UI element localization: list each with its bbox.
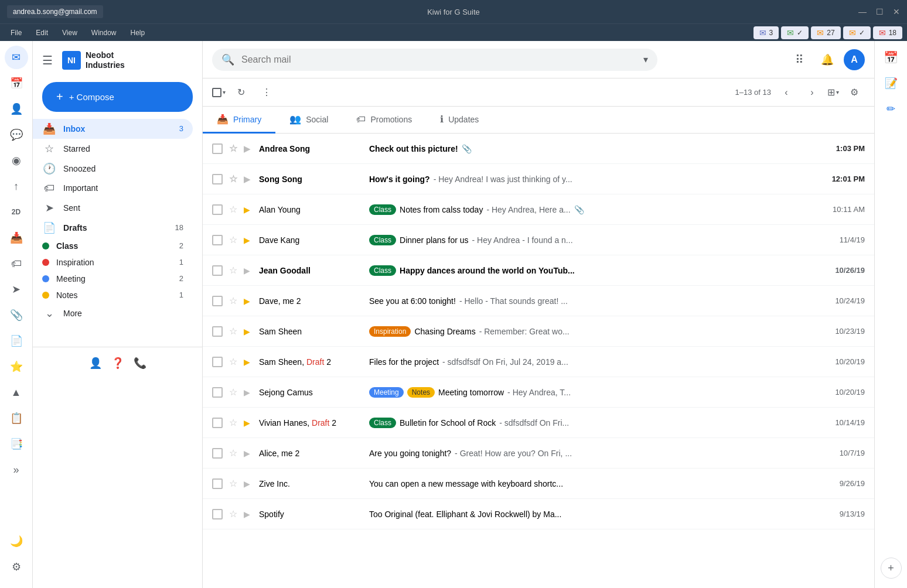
- menu-edit[interactable]: Edit: [30, 26, 54, 39]
- important-button[interactable]: ▶: [244, 479, 254, 488]
- right-add-button[interactable]: +: [881, 558, 902, 579]
- right-notes-icon[interactable]: 📝: [879, 71, 903, 95]
- titlebar-account[interactable]: andrea.b.song@gmail.com: [7, 5, 103, 18]
- icon-bar-bookmark[interactable]: 📑: [5, 432, 28, 456]
- badge-btn-3[interactable]: ✉ 27: [811, 26, 840, 39]
- star-button[interactable]: ☆: [227, 143, 239, 154]
- email-row[interactable]: ☆ ▶ Sam Sheen Inspiration Chasing Dreams…: [203, 316, 874, 347]
- star-button[interactable]: ☆: [227, 295, 239, 306]
- email-row[interactable]: ☆ ▶ Song Song How's it going? - Hey Andr…: [203, 164, 874, 194]
- email-checkbox[interactable]: [212, 143, 223, 154]
- maximize-button[interactable]: ☐: [876, 7, 884, 16]
- minimize-button[interactable]: —: [858, 7, 867, 16]
- right-edit-icon[interactable]: ✏: [879, 97, 903, 121]
- sidebar-item-class[interactable]: Class 2: [33, 238, 193, 254]
- icon-bar-star2[interactable]: ⭐: [5, 355, 28, 378]
- email-row[interactable]: ☆ ▶ Dave, me 2 See you at 6:00 tonight! …: [203, 286, 874, 316]
- email-checkbox[interactable]: [212, 296, 223, 306]
- email-checkbox[interactable]: [212, 265, 223, 276]
- important-button[interactable]: ▶: [244, 327, 254, 336]
- email-checkbox[interactable]: [212, 448, 223, 459]
- badge-btn-4[interactable]: ✉ ✓: [843, 26, 871, 39]
- sidebar-item-snoozed[interactable]: 🕐 Snoozed: [33, 159, 193, 179]
- important-button[interactable]: ▶: [244, 235, 254, 245]
- icon-bar-moon[interactable]: 🌙: [5, 529, 28, 553]
- star-button[interactable]: ☆: [227, 508, 239, 519]
- star-button[interactable]: ☆: [227, 478, 239, 489]
- apps-icon[interactable]: ⠿: [787, 48, 811, 71]
- tab-updates[interactable]: ℹ Updates: [426, 107, 493, 134]
- prev-page-button[interactable]: ‹: [776, 82, 797, 103]
- icon-bar-2d[interactable]: 2D: [5, 200, 28, 224]
- sidebar-item-starred[interactable]: ☆ Starred: [33, 139, 193, 159]
- important-button[interactable]: ▶: [244, 357, 254, 367]
- star-button[interactable]: ☆: [227, 387, 239, 398]
- sidebar-item-inspiration[interactable]: Inspiration 1: [33, 254, 193, 271]
- email-row[interactable]: ☆ ▶ Alan Young Class Notes from calss to…: [203, 194, 874, 225]
- search-dropdown-icon[interactable]: ▾: [643, 54, 648, 65]
- email-row[interactable]: ☆ ▶ Vivian Hanes, Draft 2 Class Bulletin…: [203, 408, 874, 438]
- important-button[interactable]: ▶: [244, 205, 254, 214]
- tab-promotions[interactable]: 🏷 Promotions: [342, 107, 426, 134]
- star-button[interactable]: ☆: [227, 234, 239, 245]
- email-checkbox[interactable]: [212, 357, 223, 367]
- email-checkbox[interactable]: [212, 174, 223, 184]
- star-button[interactable]: ☆: [227, 326, 239, 337]
- sidebar-item-drafts[interactable]: 📄 Drafts 18: [33, 218, 193, 238]
- hamburger-icon[interactable]: ☰: [42, 53, 53, 67]
- avatar[interactable]: A: [844, 49, 865, 70]
- next-page-button[interactable]: ›: [802, 82, 823, 103]
- sidebar-item-notes[interactable]: Notes 1: [33, 287, 193, 303]
- icon-bar-clip[interactable]: 📎: [5, 303, 28, 327]
- refresh-button[interactable]: ↻: [230, 82, 251, 103]
- sidebar-item-sent[interactable]: ➤ Sent: [33, 198, 193, 218]
- email-row[interactable]: ☆ ▶ Jean Goodall Class Happy dances arou…: [203, 255, 874, 286]
- icon-bar-settings[interactable]: ⚙: [5, 555, 28, 579]
- email-row[interactable]: ☆ ▶ Spotify Too Original (feat. Elliphan…: [203, 499, 874, 529]
- email-checkbox[interactable]: [212, 418, 223, 428]
- email-row[interactable]: ☆ ▶ Dave Kang Class Dinner plans for us …: [203, 225, 874, 255]
- sidebar-item-more[interactable]: ⌄ More: [33, 303, 193, 323]
- sidebar-item-meeting[interactable]: Meeting 2: [33, 271, 193, 287]
- compose-button[interactable]: + + Compose: [42, 82, 193, 112]
- email-checkbox[interactable]: [212, 509, 223, 519]
- icon-bar-send[interactable]: ➤: [5, 278, 28, 301]
- icon-bar-contacts[interactable]: 👤: [5, 97, 28, 121]
- icon-bar-mail[interactable]: ✉: [5, 46, 28, 69]
- important-button[interactable]: ▶: [244, 418, 254, 428]
- important-button[interactable]: ▶: [244, 510, 254, 519]
- icon-bar-inbox2[interactable]: 📥: [5, 226, 28, 249]
- email-row[interactable]: ☆ ▶ Sam Sheen, Draft 2 Files for the pro…: [203, 347, 874, 377]
- email-checkbox[interactable]: [212, 235, 223, 245]
- email-checkbox[interactable]: [212, 204, 223, 215]
- icon-bar-triangle[interactable]: ▲: [5, 381, 28, 404]
- help-button[interactable]: ❓: [111, 357, 124, 370]
- email-row[interactable]: ☆ ▶ Andrea Song Check out this picture! …: [203, 134, 874, 164]
- right-calendar-icon[interactable]: 📅: [879, 46, 903, 69]
- phone-button[interactable]: 📞: [134, 357, 146, 370]
- tab-social[interactable]: 👥 Social: [275, 107, 342, 134]
- close-button[interactable]: ✕: [893, 7, 900, 16]
- tab-primary[interactable]: 📥 Primary: [203, 107, 275, 134]
- sidebar-item-important[interactable]: 🏷 Important: [33, 179, 193, 198]
- add-person-button[interactable]: 👤: [89, 357, 102, 370]
- email-row[interactable]: ☆ ▶ Zive Inc. You can open a new message…: [203, 469, 874, 499]
- star-button[interactable]: ☆: [227, 356, 239, 367]
- important-button[interactable]: ▶: [244, 266, 254, 275]
- icon-bar-calendar[interactable]: 📅: [5, 71, 28, 95]
- icon-bar-chat[interactable]: 💬: [5, 123, 28, 146]
- badge-btn-5[interactable]: ✉ 18: [873, 26, 902, 39]
- email-checkbox[interactable]: [212, 387, 223, 398]
- important-button[interactable]: ▶: [244, 296, 254, 306]
- icon-bar-expand[interactable]: »: [5, 458, 28, 481]
- badge-btn-1[interactable]: ✉ 3: [753, 26, 779, 39]
- important-button[interactable]: ▶: [244, 144, 254, 153]
- email-row[interactable]: ☆ ▶ Sejong Camus Meeting Notes Meeting t…: [203, 377, 874, 408]
- email-row[interactable]: ☆ ▶ Alice, me 2 Are you going tonight? -…: [203, 438, 874, 469]
- important-button[interactable]: ▶: [244, 388, 254, 397]
- icon-bar-filter[interactable]: ◉: [5, 149, 28, 172]
- star-button[interactable]: ☆: [227, 417, 239, 428]
- star-button[interactable]: ☆: [227, 447, 239, 459]
- bell-icon[interactable]: 🔔: [816, 48, 839, 71]
- menu-window[interactable]: Window: [86, 26, 122, 39]
